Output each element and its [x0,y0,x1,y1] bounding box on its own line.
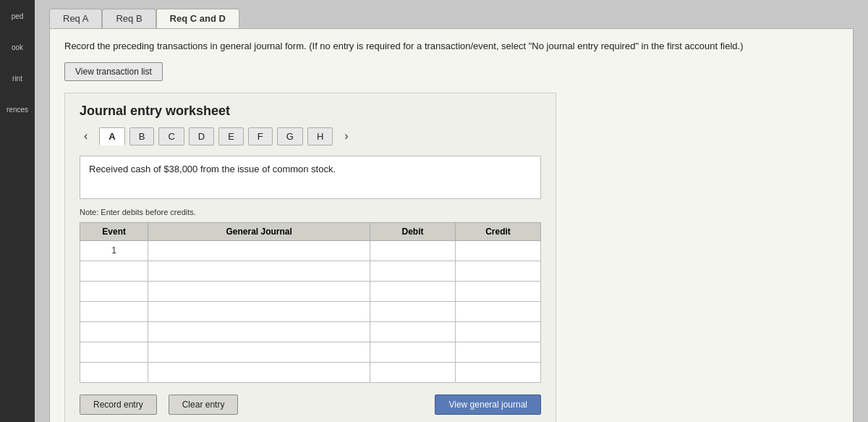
table-row [80,342,541,362]
credit-input[interactable] [460,345,536,358]
table-row: 1 [80,240,541,261]
main-content: Req A Req B Req C and D Record the prece… [35,0,868,422]
gj-input[interactable] [153,305,365,318]
credit-cell[interactable] [456,281,541,301]
sidebar-item-ook[interactable]: ook [9,38,26,56]
gj-input[interactable] [153,345,365,358]
credit-cell[interactable] [456,240,541,261]
debit-cell[interactable] [370,281,456,301]
entry-tab-a[interactable]: A [99,127,124,145]
content-panel: Record the preceding transactions in gen… [49,28,854,422]
credit-cell[interactable] [456,261,541,281]
entry-navigator: ‹ A B C D E F G H › [80,127,541,145]
action-buttons-row: Record entry Clear entry View general jo… [80,394,541,415]
clear-entry-button[interactable]: Clear entry [169,394,239,415]
entry-tab-c[interactable]: C [158,127,184,145]
gj-cell[interactable] [148,261,370,281]
event-cell: 1 [80,240,148,261]
credit-input[interactable] [460,366,536,379]
credit-input[interactable] [460,244,536,257]
debit-cell[interactable] [370,301,456,321]
entry-tab-d[interactable]: D [189,127,214,145]
next-entry-button[interactable]: › [340,128,352,144]
gj-cell[interactable] [148,342,370,362]
debit-cell[interactable] [370,362,456,382]
credit-cell[interactable] [456,321,541,342]
gj-input[interactable] [153,244,365,257]
event-cell [80,362,148,382]
gj-cell[interactable] [148,240,370,261]
event-cell [80,281,148,301]
debit-cell[interactable] [370,240,456,261]
credit-cell[interactable] [456,301,541,321]
gj-cell[interactable] [148,301,370,321]
event-cell [80,342,148,362]
entry-tab-e[interactable]: E [218,127,244,145]
record-entry-button[interactable]: Record entry [80,394,157,415]
worksheet-card: Journal entry worksheet ‹ A B C D E F G … [64,93,556,423]
debit-input[interactable] [375,305,451,318]
tab-req-a[interactable]: Req A [49,9,102,28]
entry-description: Received cash of $38,000 from the issue … [80,156,541,199]
debit-input[interactable] [375,264,451,277]
prev-entry-button[interactable]: ‹ [80,128,92,144]
col-header-gj: General Journal [148,222,370,240]
entry-note: Note: Enter debits before credits. [80,208,541,216]
credit-cell[interactable] [456,362,541,382]
tab-req-c-d[interactable]: Req C and D [156,9,239,28]
view-transaction-button[interactable]: View transaction list [64,62,163,81]
table-row [80,362,541,382]
debit-input[interactable] [375,284,451,297]
gj-cell[interactable] [148,362,370,382]
tab-req-b[interactable]: Req B [102,9,156,28]
table-row [80,321,541,342]
entry-tabs: A B C D E F G H [99,127,333,145]
gj-input[interactable] [153,284,365,297]
journal-table: Event General Journal Debit Credit 1 [80,222,541,383]
sidebar-item-ped[interactable]: ped [9,7,27,25]
debit-input[interactable] [375,366,451,379]
gj-cell[interactable] [148,321,370,342]
gj-cell[interactable] [148,281,370,301]
gj-input[interactable] [153,264,365,277]
credit-input[interactable] [460,305,536,318]
col-header-credit: Credit [456,222,541,240]
table-row [80,301,541,321]
gj-input[interactable] [153,366,365,379]
credit-input[interactable] [460,264,536,277]
instruction-text: Record the preceding transactions in gen… [64,39,838,54]
table-row [80,281,541,301]
view-general-journal-button[interactable]: View general journal [435,394,541,415]
debit-input[interactable] [375,244,451,257]
event-cell [80,301,148,321]
sidebar-item-rences[interactable]: rences [4,101,31,119]
credit-input[interactable] [460,325,536,338]
debit-cell[interactable] [370,261,456,281]
debit-cell[interactable] [370,321,456,342]
entry-tab-b[interactable]: B [129,127,155,145]
credit-cell[interactable] [456,342,541,362]
col-header-event: Event [80,222,148,240]
worksheet-title: Journal entry worksheet [80,104,541,119]
debit-cell[interactable] [370,342,456,362]
debit-input[interactable] [375,345,451,358]
col-header-debit: Debit [370,222,456,240]
entry-tab-f[interactable]: F [248,127,273,145]
event-cell [80,261,148,281]
entry-tab-h[interactable]: H [307,127,333,145]
debit-input[interactable] [375,325,451,338]
entry-tab-g[interactable]: G [277,127,303,145]
sidebar-item-rint[interactable]: rint [9,69,25,88]
tabs-row: Req A Req B Req C and D [49,9,854,28]
credit-input[interactable] [460,284,536,297]
gj-input[interactable] [153,325,365,338]
sidebar: ped ook rint rences [0,0,35,422]
table-row [80,261,541,281]
event-cell [80,321,148,342]
